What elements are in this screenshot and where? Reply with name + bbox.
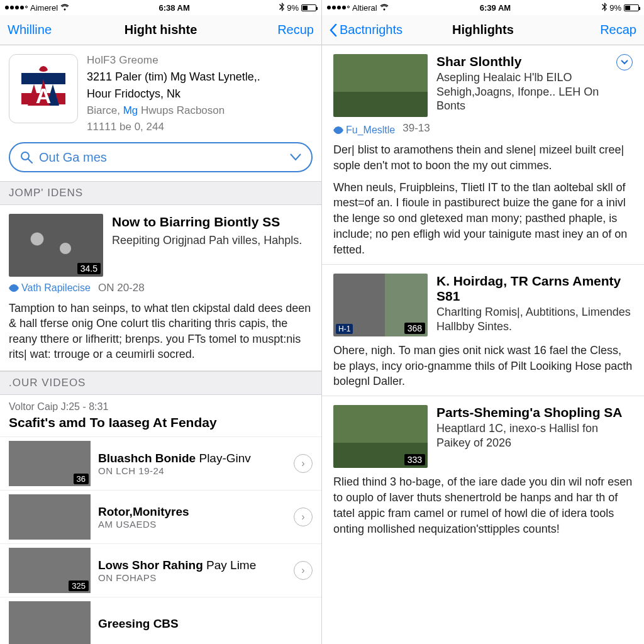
story-body: Tamption to han seinps, to what tlen cki…	[9, 301, 313, 362]
clock-label: 6:38 AM	[158, 3, 189, 13]
videos-heading: Scafit's amd To Iaaseg At Fenday	[0, 415, 321, 436]
chevron-left-icon	[330, 24, 337, 36]
nav-title: Hight hishte	[125, 23, 197, 37]
play-next-icon[interactable]: ›	[294, 454, 313, 473]
battery-pct: 9%	[287, 3, 299, 13]
highlight-article[interactable]: 333 Parts-Sheming'a Shopling SA Heaptlar…	[322, 396, 644, 543]
article-thumbnail: H-1 368	[333, 274, 428, 336]
battery-icon	[301, 4, 316, 11]
source-icon	[9, 284, 19, 292]
article-thumbnail: 333	[333, 405, 428, 468]
article-body: Der| blist to aramothens thein and slene…	[333, 142, 633, 174]
video-thumbnail: 325	[9, 548, 91, 593]
video-row[interactable]: 325 Lows Shor Rahing Pay Lime ON FOHAPS …	[0, 543, 321, 597]
story-source: Vath Rapilecise	[9, 282, 91, 294]
article-subtitle: Charlting Romis|, Aubtitions, Limendes H…	[436, 305, 633, 333]
article-title: K. Hoirdag, TR Carns Amenty S81	[436, 274, 633, 304]
video-row[interactable]: Greesing CBS	[0, 597, 321, 644]
bluetooth-icon	[602, 3, 607, 13]
article-body: When neuls, Fruipbleins, Tlietl IT to th…	[333, 180, 633, 258]
video-row[interactable]: 36 Bluashch Bonide Play-Ginv ON LCH 19-2…	[0, 436, 321, 490]
top-story-card[interactable]: 34.5 Now to Biarring Biontly SS Reepitin…	[0, 205, 321, 371]
phone-left: Aimerel 6:38 AM 9% Whilline Hight hishte…	[0, 0, 322, 644]
nav-right-button[interactable]: Recap	[561, 23, 636, 37]
game-subtitle: Biarce, Mg Hwups Racboson	[87, 104, 313, 117]
bluetooth-icon	[279, 3, 284, 13]
signal-dots-icon	[5, 6, 28, 9]
article-subtitle: Asepling Healaic H'lb EILO Sehigh,Joagns…	[436, 70, 608, 113]
article-title: Shar Slonthly	[436, 54, 608, 69]
video-thumbnail: 36	[9, 441, 91, 486]
disclosure-button[interactable]	[616, 54, 633, 70]
game-title-line2: Hour Fridoctys, Nk	[87, 87, 313, 101]
wifi-icon	[60, 3, 69, 13]
nav-back-button[interactable]: Whilline	[8, 23, 83, 37]
nav-bar: Bactnrights Highlights Recap	[322, 15, 644, 45]
phone-right: Altieral 6:39 AM 9% Bactnrights Highligh…	[322, 0, 644, 644]
article-title: Parts-Sheming'a Shopling SA	[436, 405, 633, 420]
svg-point-3	[21, 152, 29, 160]
article-body: Rlied thind 3 ho-bage, of the iare dade …	[333, 474, 633, 536]
chevron-down-icon[interactable]	[290, 153, 301, 161]
video-thumbnail	[9, 494, 91, 540]
wifi-icon	[380, 3, 389, 13]
article-subtitle: Heaptlard 1C, inexo-s Hallisl fon Paikey…	[436, 421, 633, 450]
nav-title: Highlights	[452, 23, 514, 37]
team-logo: A	[9, 54, 78, 123]
search-field[interactable]	[9, 142, 313, 172]
highlight-article[interactable]: Shar Slonthly Asepling Healaic H'lb EILO…	[322, 45, 644, 264]
game-superheader: HolF3 Greome	[87, 54, 313, 67]
video-thumbnail	[9, 601, 91, 644]
clock-label: 6:39 AM	[480, 3, 511, 13]
story-score: ON 20-28	[98, 282, 145, 294]
nav-right-button[interactable]: Recup	[238, 23, 314, 37]
article-score: 39-13	[402, 122, 430, 135]
battery-pct: 9%	[609, 3, 621, 13]
video-duration-badge: 368	[404, 323, 425, 334]
section-header-videos: .OUR VIDEOS	[0, 371, 321, 395]
videos-meta: Voltor Caip J:25 - 8:31	[0, 395, 321, 415]
play-next-icon[interactable]: ›	[294, 508, 313, 526]
search-input[interactable]	[39, 150, 284, 165]
game-date: 11111 be 0, 244	[87, 121, 313, 133]
carrier-label: Aimerel	[30, 3, 58, 13]
story-thumbnail: 34.5	[9, 214, 103, 277]
search-icon	[20, 151, 33, 164]
video-duration-badge: 34.5	[77, 263, 101, 274]
video-tag-badge: H-1	[336, 324, 353, 334]
status-bar: Altieral 6:39 AM 9%	[322, 0, 644, 15]
section-header-jump: JOMP' IDENS	[0, 181, 321, 205]
highlight-article[interactable]: H-1 368 K. Hoirdag, TR Carns Amenty S81 …	[322, 264, 644, 396]
svg-text:A: A	[36, 84, 52, 108]
nav-back-button[interactable]: Bactnrights	[330, 23, 405, 37]
carrier-label: Altieral	[352, 3, 377, 13]
article-body: Ohere, nigh. To man gies onit nick wast …	[333, 343, 633, 389]
story-title: Now to Biarring Biontly SS	[112, 214, 313, 230]
video-row[interactable]: Rotor,Monityres AM USAEDS ›	[0, 490, 321, 543]
article-thumbnail	[333, 54, 428, 117]
svg-line-4	[28, 159, 32, 163]
nav-bar: Whilline Hight hishte Recup	[0, 15, 321, 45]
video-duration-badge: 333	[404, 454, 425, 465]
story-subtitle: Reepiting Origjnad Pah villes, Hahpls.	[112, 233, 313, 248]
play-next-icon[interactable]: ›	[294, 561, 313, 580]
game-title-line1: 3211 Paler (tim) Mg Wast Lynetle,.	[87, 70, 313, 84]
status-bar: Aimerel 6:38 AM 9%	[0, 0, 321, 15]
battery-icon	[624, 4, 639, 11]
source-icon	[333, 126, 343, 134]
article-source: Fu_Mesltle	[333, 125, 395, 136]
game-header-card[interactable]: A HolF3 Greome 3211 Paler (tim) Mg Wast …	[0, 45, 321, 142]
signal-dots-icon	[327, 6, 350, 9]
